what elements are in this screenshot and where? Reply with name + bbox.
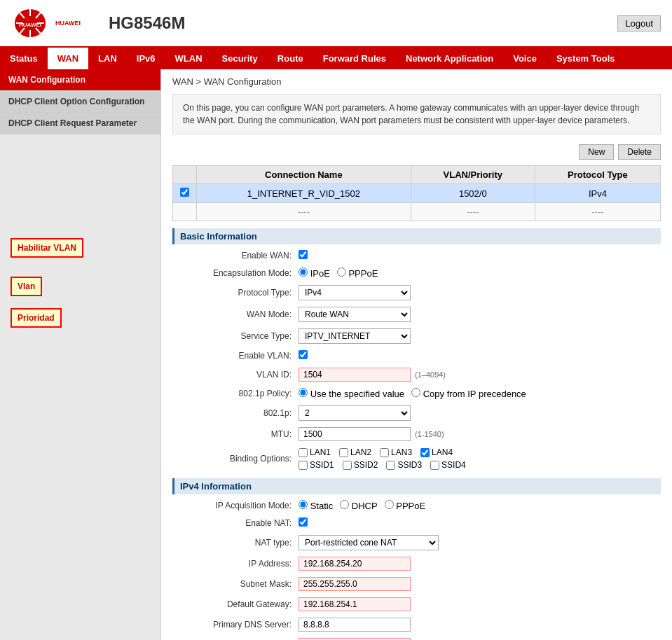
encap-ipoe-radio[interactable] — [299, 267, 308, 277]
8021p-row: 802.1p: 0123 4567 — [172, 404, 661, 422]
8021p-select[interactable]: 0123 4567 — [299, 405, 411, 421]
ssid1-cb[interactable] — [299, 461, 308, 470]
lan4-cb[interactable] — [420, 448, 430, 457]
nav-security[interactable]: Security — [212, 48, 268, 69]
table-row-empty: ---- ---- ---- — [173, 203, 661, 221]
empty-protocol: ---- — [535, 203, 660, 221]
binding-lan4[interactable]: LAN4 — [420, 447, 453, 457]
binding-row-2: SSID1 SSID2 SSID3 SSID4 — [299, 460, 661, 470]
ssid3-cb[interactable] — [386, 461, 395, 470]
vlan-id-hint: (1–4094) — [415, 370, 446, 379]
acq-static-radio[interactable] — [299, 500, 308, 509]
annot-habilitar-vlan: Habilitar VLAN — [11, 238, 83, 258]
row1-protocol: IPv4 — [535, 184, 660, 203]
policy-specified-option[interactable]: Use the specified value — [299, 388, 404, 399]
sidebar-item-dhcp-request[interactable]: DHCP Client Request Parameter — [0, 113, 160, 134]
lan3-cb[interactable] — [380, 448, 389, 457]
subnet-mask-input[interactable] — [299, 577, 411, 591]
nav-route[interactable]: Route — [268, 48, 313, 69]
dns1-label: Primary DNS Server: — [172, 620, 299, 629]
policy-copy-label: Copy from IP precedence — [423, 389, 526, 399]
service-type-select[interactable]: IPTV_INTERNET INTERNET TR069 OTHER — [299, 328, 411, 344]
protocol-select[interactable]: IPv4 IPv6 IPv4/IPv6 — [299, 285, 411, 300]
wan-mode-row: WAN Mode: Route WAN Bridge WAN — [172, 305, 661, 324]
ip-address-row: IP Address: — [172, 555, 661, 572]
enable-nat-row: Enable NAT: — [172, 516, 661, 530]
acq-dhcp-radio[interactable] — [340, 500, 349, 509]
binding-lan2[interactable]: LAN2 — [339, 447, 371, 457]
binding-row-1: LAN1 LAN2 LAN3 LAN4 — [299, 447, 661, 457]
mtu-hint: (1-1540) — [415, 430, 444, 438]
binding-ssid1[interactable]: SSID1 — [299, 460, 334, 470]
nav-system-tools[interactable]: System Tools — [547, 48, 625, 69]
nav-ipv6[interactable]: IPv6 — [127, 48, 165, 69]
encap-pppoe-option[interactable]: PPPoE — [337, 267, 378, 279]
sidebar-item-wan-config[interactable]: WAN Configuration — [0, 69, 160, 91]
nav-wan[interactable]: WAN — [48, 48, 88, 69]
policy-copy-radio[interactable] — [411, 388, 420, 397]
nav-network-app[interactable]: Network Application — [396, 48, 503, 69]
policy-specified-radio[interactable] — [299, 388, 308, 397]
enable-nat-checkbox[interactable] — [299, 517, 308, 527]
info-box: On this page, you can configure WAN port… — [172, 94, 661, 134]
lan2-cb[interactable] — [339, 448, 348, 457]
dns1-input[interactable] — [299, 618, 411, 632]
basic-info-title: Basic Information — [172, 228, 661, 244]
dns1-row: Primary DNS Server: — [172, 616, 661, 633]
nav-status[interactable]: Status — [0, 48, 48, 69]
content-area: WAN > WAN Configuration On this page, yo… — [161, 69, 672, 640]
nav-voice[interactable]: Voice — [503, 48, 547, 69]
enable-wan-checkbox[interactable] — [299, 250, 308, 259]
ip-address-input[interactable] — [299, 557, 411, 571]
dns2-row: Secondary DNS Server: — [172, 636, 661, 640]
nav-lan[interactable]: LAN — [88, 48, 127, 69]
huawei-logo: HUAWEI — [11, 6, 50, 41]
ssid4-cb[interactable] — [430, 461, 439, 470]
policy-copy-option[interactable]: Copy from IP precedence — [411, 388, 526, 399]
gateway-input[interactable] — [299, 597, 411, 611]
encap-mode-row: Encapsulation Mode: IPoE PPPoE — [172, 266, 661, 280]
policy-specified-label: Use the specified value — [310, 389, 404, 399]
binding-ssid3[interactable]: SSID3 — [386, 460, 422, 470]
logo-area: HUAWEI HUAWEI — [11, 6, 81, 41]
encap-pppoe-radio[interactable] — [337, 267, 346, 277]
acq-static-label: Static — [310, 501, 334, 511]
binding-ssid2[interactable]: SSID2 — [343, 460, 378, 470]
enable-wan-label: Enable WAN: — [172, 251, 299, 260]
sidebar-item-dhcp-option[interactable]: DHCP Client Option Configuration — [0, 91, 160, 113]
enable-nat-label: Enable NAT: — [172, 518, 299, 528]
binding-lan3[interactable]: LAN3 — [380, 447, 412, 457]
ip-address-label: IP Address: — [172, 559, 299, 569]
service-type-label: Service Type: — [172, 331, 299, 341]
mtu-input[interactable] — [299, 427, 411, 441]
acq-static-option[interactable]: Static — [299, 500, 333, 511]
gateway-row: Default Gateway: — [172, 596, 661, 613]
acq-pppoe-option[interactable]: PPPoE — [385, 500, 426, 511]
vlan-id-input[interactable] — [299, 368, 411, 382]
encap-label: Encapsulation Mode: — [172, 268, 299, 278]
delete-button[interactable]: Delete — [618, 144, 661, 160]
wan-mode-select[interactable]: Route WAN Bridge WAN — [299, 307, 411, 322]
ssid2-cb[interactable] — [343, 461, 352, 470]
col-vlan: VLAN/Priority — [411, 166, 535, 184]
nav-forward[interactable]: Forward Rules — [313, 48, 396, 69]
binding-ssid4[interactable]: SSID4 — [430, 460, 466, 470]
ipv4-info-title: IPv4 Information — [172, 478, 661, 494]
row1-checkbox[interactable] — [180, 188, 189, 197]
empty-name: ---- — [197, 203, 411, 221]
nat-type-select[interactable]: Port-restricted cone NAT Full cone NAT A… — [299, 535, 439, 550]
table-row[interactable]: 1_INTERNET_R_VID_1502 1502/0 IPv4 — [173, 184, 661, 203]
logout-button[interactable]: Logout — [617, 15, 661, 32]
acq-mode-row: IP Acquisition Mode: Static DHCP PPPoE — [172, 499, 661, 513]
new-button[interactable]: New — [579, 144, 614, 160]
brand-name: HUAWEI — [55, 20, 81, 27]
lan1-cb[interactable] — [299, 448, 308, 457]
nav-wlan[interactable]: WLAN — [165, 48, 212, 69]
col-connection-name: Connection Name — [197, 166, 411, 184]
encap-ipoe-option[interactable]: IPoE — [299, 267, 330, 279]
vlan-id-row: VLAN ID: (1–4094) — [172, 366, 661, 383]
acq-dhcp-option[interactable]: DHCP — [340, 500, 377, 511]
acq-pppoe-radio[interactable] — [385, 500, 394, 509]
binding-lan1[interactable]: LAN1 — [299, 447, 331, 457]
enable-vlan-checkbox[interactable] — [299, 350, 308, 359]
